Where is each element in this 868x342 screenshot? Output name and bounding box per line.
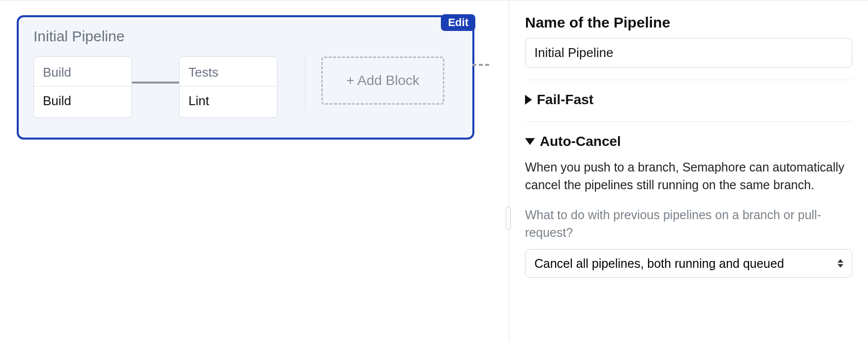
chevron-right-icon bbox=[525, 95, 532, 105]
chevron-down-icon bbox=[525, 138, 535, 145]
settings-sidebar: Name of the Pipeline Fail-Fast Auto-Canc… bbox=[509, 0, 868, 342]
pipeline-name-input[interactable] bbox=[525, 38, 852, 68]
pipeline-to-sidebar-connector bbox=[472, 64, 489, 66]
block-job: Lint bbox=[180, 86, 277, 117]
auto-cancel-prompt: What to do with previous pipelines on a … bbox=[525, 206, 852, 242]
pipeline-canvas: Edit Initial Pipeline Build Build Tests … bbox=[0, 0, 509, 342]
app-root: Edit Initial Pipeline Build Build Tests … bbox=[0, 0, 868, 342]
edit-badge[interactable]: Edit bbox=[441, 14, 475, 31]
auto-cancel-toggle[interactable]: Auto-Cancel bbox=[525, 134, 852, 151]
block-name: Tests bbox=[180, 57, 277, 86]
auto-cancel-section: Auto-Cancel When you push to a branch, S… bbox=[525, 121, 852, 278]
auto-cancel-select[interactable]: Cancel all pipelines, both running and q… bbox=[525, 249, 852, 278]
pipeline-name-group: Name of the Pipeline bbox=[525, 14, 852, 68]
fail-fast-section: Fail-Fast bbox=[525, 80, 852, 110]
block-connector bbox=[132, 82, 179, 84]
blocks-row: Build Build Tests Lint + Add Block bbox=[33, 57, 458, 118]
auto-cancel-title: Auto-Cancel bbox=[540, 134, 621, 149]
pipeline-name-label: Name of the Pipeline bbox=[525, 14, 852, 31]
pipeline-card[interactable]: Edit Initial Pipeline Build Build Tests … bbox=[17, 15, 474, 140]
pipeline-title: Initial Pipeline bbox=[33, 28, 458, 45]
add-block-button[interactable]: + Add Block bbox=[321, 57, 444, 105]
blocks-separator bbox=[305, 57, 306, 111]
pipeline-block-build[interactable]: Build Build bbox=[33, 57, 132, 118]
fail-fast-toggle[interactable]: Fail-Fast bbox=[525, 92, 852, 110]
pipeline-block-tests[interactable]: Tests Lint bbox=[179, 57, 278, 118]
auto-cancel-select-wrap: Cancel all pipelines, both running and q… bbox=[525, 249, 852, 278]
fail-fast-title: Fail-Fast bbox=[537, 92, 593, 108]
block-name: Build bbox=[34, 57, 131, 86]
sidebar-resize-handle[interactable] bbox=[506, 207, 511, 229]
block-job: Build bbox=[34, 86, 131, 117]
auto-cancel-description: When you push to a branch, Semaphore can… bbox=[525, 158, 852, 194]
